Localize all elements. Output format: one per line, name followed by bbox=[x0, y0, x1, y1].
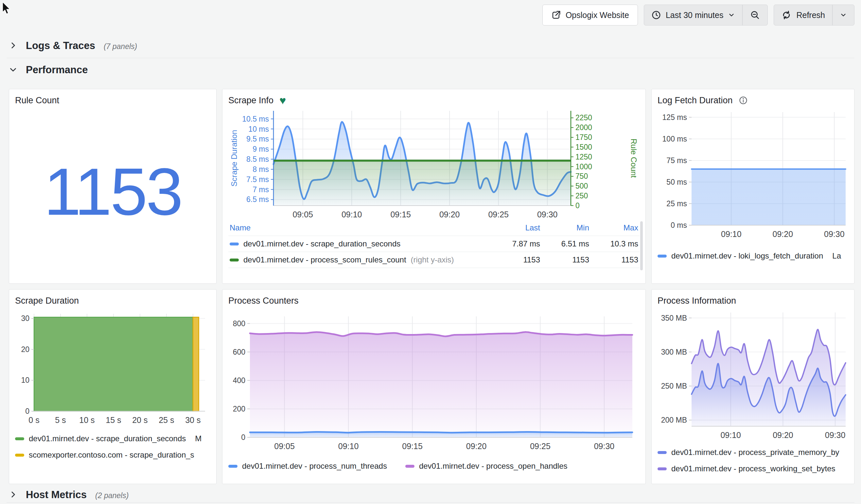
panel-title[interactable]: Scrape Duration bbox=[15, 296, 79, 306]
table-row[interactable]: dev01.mirnet.dev - scrape_duration_secon… bbox=[228, 236, 640, 252]
refresh-icon bbox=[781, 10, 792, 20]
legend-col-name[interactable]: Name bbox=[228, 221, 492, 236]
series-axis-note: (right y-axis) bbox=[411, 255, 454, 264]
opslogix-website-button[interactable]: Opslogix Website bbox=[542, 4, 638, 26]
series-name[interactable]: dev01.mirnet.dev - process_private_memor… bbox=[671, 448, 839, 457]
svg-text:10 ms: 10 ms bbox=[248, 125, 269, 134]
legend-col-min[interactable]: Min bbox=[542, 221, 590, 236]
series-name[interactable]: dev01.mirnet.dev - process_open_handles bbox=[419, 462, 568, 471]
svg-text:1250: 1250 bbox=[575, 153, 592, 161]
legend-item[interactable]: dev01.mirnet.dev - process_private_memor… bbox=[657, 445, 848, 460]
svg-text:09:20: 09:20 bbox=[466, 442, 487, 451]
legend-item[interactable]: dev01.mirnet.dev - loki_logs_fetch_durat… bbox=[657, 249, 848, 263]
svg-text:5 s: 5 s bbox=[55, 416, 66, 424]
svg-text:800: 800 bbox=[233, 319, 245, 328]
series-name[interactable]: dev01.mirnet.dev - process_working_set_b… bbox=[671, 464, 835, 473]
series-name[interactable]: dev01.mirnet.dev - process_scom_rules_co… bbox=[243, 255, 406, 264]
svg-text:09:10: 09:10 bbox=[338, 442, 359, 451]
process-counters-legend: dev01.mirnet.dev - process_num_threads d… bbox=[228, 459, 640, 473]
svg-text:09:30: 09:30 bbox=[825, 431, 846, 439]
panel-title[interactable]: Scrape Info bbox=[228, 96, 273, 106]
series-name[interactable]: dev01.mirnet.dev - loki_logs_fetch_durat… bbox=[671, 251, 823, 261]
svg-text:500: 500 bbox=[575, 182, 588, 190]
series-name[interactable]: dev01.mirnet.dev - scrape_duration_secon… bbox=[29, 434, 186, 443]
scrape-duration-chart[interactable]: 30201000 s5 s10 s15 s20 s25 s30 s bbox=[15, 310, 210, 428]
panel-title[interactable]: Process Information bbox=[657, 296, 736, 306]
series-name[interactable]: scomexporter.contoso.com - scrape_durati… bbox=[29, 450, 194, 460]
info-icon[interactable] bbox=[739, 96, 748, 105]
svg-text:30: 30 bbox=[21, 314, 29, 323]
svg-text:300 MB: 300 MB bbox=[661, 348, 687, 356]
log-fetch-chart[interactable]: 125 ms100 ms75 ms50 ms25 ms0 ms09:1009:2… bbox=[657, 110, 849, 240]
svg-text:09:20: 09:20 bbox=[439, 210, 460, 219]
dashboard-toolbar: Opslogix Website Last 30 minutes bbox=[542, 4, 855, 26]
legend-item[interactable]: dev01.mirnet.dev - scrape_duration_secon… bbox=[15, 432, 210, 446]
legend-item[interactable]: dev01.mirnet.dev - process_num_threads bbox=[228, 459, 387, 473]
time-picker-group: Last 30 minutes bbox=[644, 4, 768, 26]
table-row[interactable]: dev01.mirnet.dev - process_scom_rules_co… bbox=[228, 252, 640, 268]
svg-text:1500: 1500 bbox=[575, 143, 592, 151]
process-information-chart[interactable]: 350 MB300 MB250 MB200 MB09:1009:2009:30 bbox=[657, 310, 849, 440]
refresh-label: Refresh bbox=[796, 11, 825, 20]
svg-text:10.5 ms: 10.5 ms bbox=[242, 115, 269, 123]
panel-title[interactable]: Process Counters bbox=[228, 296, 299, 306]
svg-text:2000: 2000 bbox=[575, 123, 592, 132]
series-name[interactable]: dev01.mirnet.dev - process_num_threads bbox=[242, 462, 387, 471]
series-swatch bbox=[15, 437, 24, 440]
svg-text:0: 0 bbox=[575, 201, 580, 210]
process-counters-chart[interactable]: 800600400200009:0509:1009:1509:2009:2509… bbox=[228, 313, 638, 454]
svg-text:7.5 ms: 7.5 ms bbox=[246, 175, 269, 184]
svg-text:2250: 2250 bbox=[575, 113, 592, 122]
svg-text:125 ms: 125 ms bbox=[662, 113, 687, 122]
mouse-cursor bbox=[2, 2, 13, 15]
svg-text:600: 600 bbox=[233, 348, 245, 356]
series-name[interactable]: dev01.mirnet.dev - scrape_duration_secon… bbox=[243, 239, 400, 248]
legend-scrollbar[interactable] bbox=[640, 221, 643, 270]
chevron-right-icon bbox=[9, 41, 17, 50]
series-min: 1153 bbox=[542, 252, 590, 268]
legend-meta: M bbox=[195, 434, 202, 443]
refresh-button[interactable]: Refresh bbox=[774, 5, 832, 25]
legend-item[interactable]: dev01.mirnet.dev - process_working_set_b… bbox=[657, 462, 848, 476]
svg-text:09:10: 09:10 bbox=[342, 210, 362, 219]
legend-col-max[interactable]: Max bbox=[590, 221, 640, 236]
svg-text:10: 10 bbox=[21, 376, 29, 384]
legend-meta: La bbox=[832, 251, 841, 261]
series-swatch bbox=[405, 465, 414, 468]
panel-process-counters: Process Counters 800600400200009:0509:10… bbox=[222, 289, 646, 484]
legend-item[interactable]: dev01.mirnet.dev - process_open_handles bbox=[405, 459, 568, 473]
svg-text:09:10: 09:10 bbox=[721, 229, 742, 239]
refresh-interval-button[interactable] bbox=[832, 5, 854, 25]
scrape-info-legend-table: Name Last Min Max dev01.mirnet.dev - scr… bbox=[228, 221, 640, 268]
svg-text:Scrape Duration: Scrape Duration bbox=[230, 130, 238, 186]
svg-text:09:25: 09:25 bbox=[488, 210, 509, 219]
chevron-right-icon bbox=[9, 490, 17, 499]
scrape-info-chart[interactable]: 10.5 ms10 ms9.5 ms9 ms8.5 ms8 ms7.5 ms7 … bbox=[228, 109, 638, 220]
svg-text:1750: 1750 bbox=[575, 133, 592, 141]
legend-item[interactable]: scomexporter.contoso.com - scrape_durati… bbox=[15, 448, 210, 462]
series-swatch bbox=[657, 467, 667, 470]
svg-text:09:30: 09:30 bbox=[594, 442, 615, 451]
scrape-duration-legend: dev01.mirnet.dev - scrape_duration_secon… bbox=[15, 432, 210, 462]
svg-text:250: 250 bbox=[575, 192, 588, 200]
time-range-button[interactable]: Last 30 minutes bbox=[644, 5, 742, 25]
svg-text:0: 0 bbox=[25, 407, 29, 416]
series-swatch bbox=[228, 465, 237, 468]
series-max: 1153 bbox=[590, 252, 640, 268]
panel-rule-count: Rule Count 1153 bbox=[9, 89, 217, 284]
row-panel-count: (2 panels) bbox=[95, 491, 128, 500]
row-performance[interactable]: Performance bbox=[9, 64, 88, 76]
row-title: Performance bbox=[26, 64, 88, 76]
series-swatch bbox=[15, 454, 24, 457]
log-fetch-legend: dev01.mirnet.dev - loki_logs_fetch_durat… bbox=[657, 249, 848, 263]
row-logs-traces[interactable]: Logs & Traces (7 panels) bbox=[9, 40, 137, 52]
panel-title[interactable]: Log Fetch Duration bbox=[657, 96, 733, 106]
row-host-metrics[interactable]: Host Metrics (2 panels) bbox=[9, 489, 128, 501]
series-min: 6.51 ms bbox=[542, 236, 590, 252]
svg-text:250 MB: 250 MB bbox=[661, 382, 687, 390]
zoom-out-time-button[interactable] bbox=[742, 5, 767, 25]
chevron-down-icon bbox=[728, 12, 735, 19]
magnifier-minus-icon bbox=[750, 10, 760, 20]
panel-title[interactable]: Rule Count bbox=[15, 96, 59, 106]
legend-col-last[interactable]: Last bbox=[492, 221, 542, 236]
